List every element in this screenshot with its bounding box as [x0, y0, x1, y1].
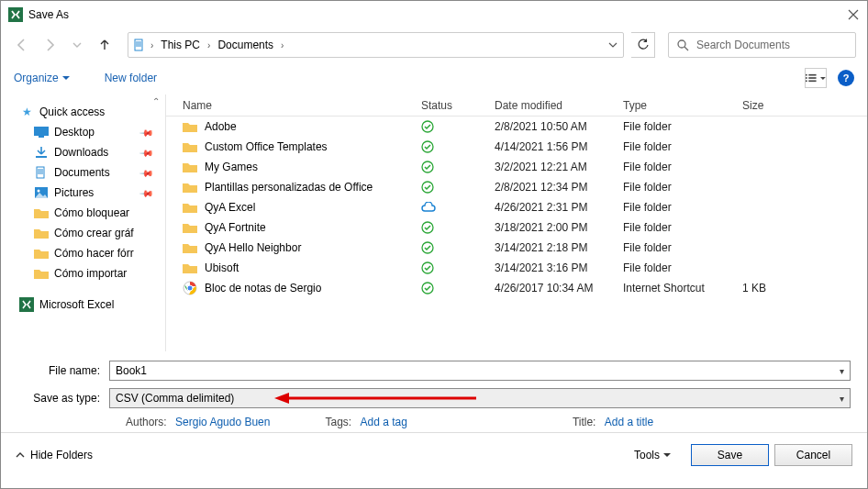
folder-icon — [183, 121, 197, 132]
pin-icon: 📌 — [139, 185, 154, 200]
file-type: Internet Shortcut — [623, 282, 742, 295]
folder-icon — [183, 262, 197, 273]
authors-value[interactable]: Sergio Agudo Buen — [175, 416, 270, 428]
chevron-right-icon[interactable]: › — [149, 40, 155, 50]
navbar: › This PC › Documents › Search Documents — [1, 28, 867, 61]
sync-ok-icon — [421, 261, 495, 274]
col-type[interactable]: Type — [623, 99, 742, 112]
organize-dropdown[interactable]: Organize — [14, 72, 70, 84]
col-date[interactable]: Date modified — [495, 99, 623, 112]
file-name: My Games — [205, 161, 258, 173]
close-icon[interactable] — [847, 8, 860, 21]
refresh-button[interactable] — [631, 32, 655, 58]
titlebar: Save As — [1, 1, 867, 28]
save-as-type-row: Save as type: CSV (Comma delimited) ▾ — [17, 388, 851, 408]
svg-rect-7 — [808, 77, 816, 79]
nav-forward-button[interactable] — [39, 35, 60, 55]
svg-rect-1 — [135, 39, 142, 50]
authors-label: Authors: — [126, 416, 167, 428]
sidebar-item-label: Pictures — [54, 186, 94, 199]
sidebar-folder[interactable]: Cómo bloquear — [5, 203, 161, 223]
toolbar: Organize New folder ? — [1, 61, 867, 94]
sidebar-microsoft-excel[interactable]: Microsoft Excel — [5, 295, 161, 315]
crumb-documents[interactable]: Documents — [214, 37, 277, 53]
chevron-right-icon[interactable]: › — [279, 40, 285, 50]
new-folder-button[interactable]: New folder — [105, 72, 157, 84]
search-input[interactable]: Search Documents — [668, 32, 856, 58]
file-name-row: File name: Book1 ▾ — [17, 361, 851, 381]
file-name: Bloc de notas de Sergio — [205, 282, 321, 295]
address-bar[interactable]: › This PC › Documents › — [128, 32, 624, 58]
documents-glyph-icon — [132, 38, 147, 52]
file-type: File folder — [623, 221, 742, 234]
organize-label: Organize — [14, 72, 59, 84]
sidebar-folder[interactable]: Cómo crear gráf — [5, 223, 161, 243]
file-type: File folder — [623, 140, 742, 153]
file-date: 3/18/2021 2:00 PM — [495, 221, 623, 234]
nav-recent-dropdown[interactable] — [67, 35, 87, 55]
tags-value[interactable]: Add a tag — [361, 416, 407, 428]
chevron-down-icon[interactable]: ▾ — [840, 366, 844, 376]
sidebar-desktop[interactable]: Desktop 📌 — [5, 122, 161, 142]
chrome-icon — [183, 281, 197, 295]
listing-header: Name Status Date modified Type Size — [166, 94, 867, 117]
sidebar-documents[interactable]: Documents 📌 — [5, 162, 161, 183]
scroll-indicator-icon: ⌃ — [152, 96, 160, 106]
title-value[interactable]: Add a title — [605, 416, 653, 428]
table-row[interactable]: Custom Office Templates4/14/2021 1:56 PM… — [166, 137, 867, 157]
table-row[interactable]: QyA Excel4/26/2021 2:31 PMFile folder — [166, 197, 867, 217]
folder-icon — [183, 141, 197, 152]
folder-icon — [34, 226, 49, 240]
table-row[interactable]: QyA Hello Neighbor3/14/2021 2:18 PMFile … — [166, 238, 867, 258]
table-row[interactable]: Bloc de notas de Sergio4/26/2017 10:34 A… — [166, 278, 867, 298]
file-name: Plantillas personalizadas de Office — [205, 181, 373, 194]
file-date: 4/26/2017 10:34 AM — [495, 282, 623, 295]
cancel-button[interactable]: Cancel — [774, 444, 852, 466]
folder-icon — [183, 161, 197, 172]
help-button[interactable]: ? — [838, 70, 854, 86]
table-row[interactable]: Adobe2/8/2021 10:50 AMFile folder — [166, 117, 867, 137]
sync-ok-icon — [421, 120, 495, 133]
pin-icon: 📌 — [139, 165, 154, 180]
main-area: ★ Quick access Desktop 📌 Downloads 📌 Doc… — [1, 94, 867, 351]
crumb-this-pc[interactable]: This PC — [157, 37, 204, 53]
chevron-right-icon[interactable]: › — [206, 40, 212, 50]
view-details-button[interactable] — [805, 68, 827, 88]
nav-back-button[interactable] — [12, 35, 32, 55]
address-history-dropdown[interactable] — [606, 40, 619, 50]
table-row[interactable]: Plantillas personalizadas de Office2/8/2… — [166, 177, 867, 197]
sidebar-pictures[interactable]: Pictures 📌 — [5, 183, 161, 203]
folder-icon — [183, 222, 197, 233]
table-row[interactable]: My Games3/2/2021 12:21 AMFile folder — [166, 157, 867, 177]
download-icon — [34, 145, 49, 160]
save-as-type-dropdown[interactable]: CSV (Comma delimited) ▾ — [109, 388, 851, 408]
desktop-icon — [34, 125, 49, 139]
file-name-input[interactable]: Book1 ▾ — [109, 361, 851, 381]
file-name: Custom Office Templates — [205, 140, 328, 153]
svg-point-25 — [187, 285, 193, 291]
table-row[interactable]: Ubisoft3/14/2021 3:16 PMFile folder — [166, 258, 867, 278]
sidebar-item-label: Desktop — [54, 126, 95, 139]
col-status[interactable]: Status — [421, 99, 495, 112]
folder-icon — [34, 206, 49, 220]
sidebar-folder[interactable]: Cómo importar — [5, 263, 161, 283]
pictures-icon — [34, 185, 49, 200]
sidebar-downloads[interactable]: Downloads 📌 — [5, 142, 161, 162]
sync-ok-icon — [421, 282, 495, 295]
hide-folders-button[interactable]: Hide Folders — [16, 449, 93, 461]
save-button[interactable]: Save — [691, 444, 769, 466]
tools-dropdown[interactable]: Tools — [634, 449, 671, 461]
sidebar-folder[interactable]: Cómo hacer fórr — [5, 243, 161, 263]
file-name: QyA Fortnite — [205, 221, 266, 234]
sidebar-quick-access[interactable]: ★ Quick access — [5, 102, 161, 122]
col-size[interactable]: Size — [742, 99, 834, 112]
pin-icon: 📌 — [139, 125, 154, 139]
file-type: File folder — [623, 241, 742, 254]
nav-up-button[interactable] — [95, 35, 115, 55]
svg-rect-10 — [39, 136, 44, 138]
table-row[interactable]: QyA Fortnite3/18/2021 2:00 PMFile folder — [166, 217, 867, 238]
svg-rect-6 — [808, 74, 816, 76]
sync-ok-icon — [421, 181, 495, 194]
col-name[interactable]: Name — [183, 99, 421, 112]
svg-rect-11 — [36, 156, 47, 158]
